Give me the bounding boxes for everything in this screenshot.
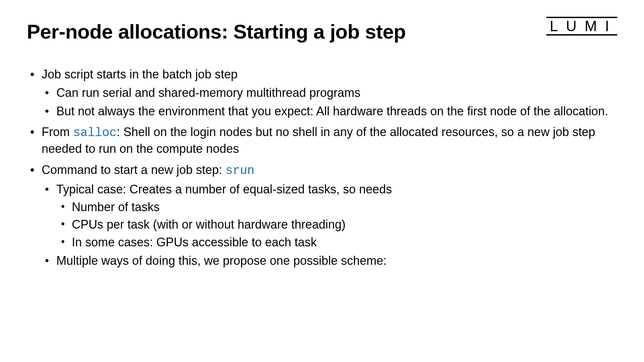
bullet-text: Can run serial and shared-memory multith…	[56, 86, 360, 100]
slide-title: Per-node allocations: Starting a job ste…	[27, 20, 617, 43]
slide: LUMI Per-node allocations: Starting a jo…	[0, 0, 644, 362]
bullet-l2: Can run serial and shared-memory multith…	[42, 85, 617, 101]
bullet-l2: Multiple ways of doing this, we propose …	[42, 253, 617, 269]
slide-body: Job script starts in the batch job step …	[27, 67, 617, 269]
bullet-text: CPUs per task (with or without hardware …	[72, 218, 345, 231]
bullet-l3: Number of tasks	[56, 199, 617, 215]
code-srun: srun	[225, 164, 254, 178]
bullet-l1: From salloc: Shell on the login nodes bu…	[27, 124, 617, 157]
bullet-text: Multiple ways of doing this, we propose …	[56, 254, 387, 267]
bullet-text: Job script starts in the batch job step	[42, 67, 237, 81]
bullet-l1: Command to start a new job step: srun Ty…	[27, 162, 617, 269]
bullet-l1: Job script starts in the batch job step …	[27, 67, 617, 119]
bullet-text: From	[42, 125, 73, 139]
bullet-l2: Typical case: Creates a number of equal-…	[42, 182, 617, 250]
bullet-l3: CPUs per task (with or without hardware …	[56, 217, 617, 233]
bullet-text: Number of tasks	[72, 200, 160, 214]
bullet-text: But not always the environment that you …	[56, 104, 608, 118]
bullet-text: In some cases: GPUs accessible to each t…	[72, 235, 317, 249]
bullet-l3: In some cases: GPUs accessible to each t…	[56, 235, 617, 250]
bullet-text: : Shell on the login nodes but no shell …	[42, 125, 595, 156]
bullet-text: Typical case: Creates a number of equal-…	[56, 182, 392, 196]
brand-logo: LUMI	[546, 17, 617, 36]
bullet-l2: But not always the environment that you …	[42, 104, 617, 119]
brand-logo-text: LUMI	[546, 17, 617, 36]
code-salloc: salloc	[73, 126, 117, 140]
bullet-text: Command to start a new job step:	[42, 163, 225, 177]
